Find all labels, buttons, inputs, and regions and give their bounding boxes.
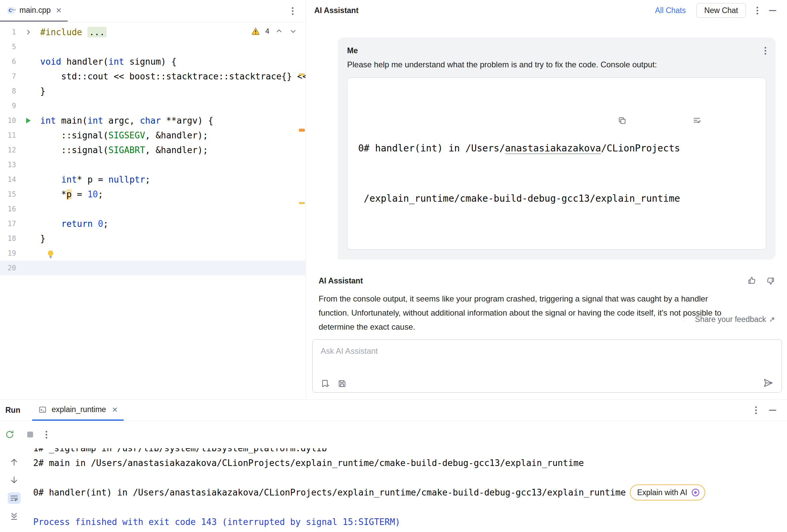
code-text[interactable] (40, 40, 305, 54)
ai-chat-input[interactable] (312, 339, 782, 392)
code-text[interactable]: int* p = nullptr; (40, 172, 305, 187)
editor-line-11[interactable]: 11 ::signal(SIGSEGV, &handler); (0, 128, 305, 143)
code-text[interactable] (40, 157, 305, 172)
gutter[interactable] (16, 99, 40, 113)
gutter[interactable] (16, 157, 40, 172)
code-text[interactable]: return 0; (40, 216, 305, 231)
send-icon[interactable] (763, 378, 773, 388)
ai-minimize-icon[interactable] (769, 10, 776, 11)
explain-with-ai-button[interactable]: Explain with AI (630, 485, 706, 501)
gutter[interactable] (16, 54, 40, 69)
editor-line-8[interactable]: 8} (0, 84, 305, 99)
next-warning-icon[interactable] (289, 27, 298, 36)
editor-line-16[interactable]: 16 (0, 202, 305, 216)
editor-line-19[interactable]: 19 (0, 246, 305, 261)
code-text[interactable]: } (40, 84, 305, 99)
console-line[interactable]: 0# handler(int) in /Users/anastasiakazak… (33, 485, 787, 500)
ask-ai-textarea[interactable] (313, 340, 782, 373)
line-number: 6 (0, 54, 16, 69)
line-number: 18 (0, 231, 16, 246)
code-text[interactable] (40, 261, 305, 275)
console-line[interactable]: 1# _sigtramp in /usr/lib/system/libsyste… (33, 448, 787, 455)
editor-line-10[interactable]: 10int main(int argc, char **argv) { (0, 113, 305, 128)
save-prompt-icon[interactable] (337, 379, 347, 388)
editor-line-6[interactable]: 6void handler(int signum) { (0, 54, 305, 69)
editor-line-17[interactable]: 17 return 0; (0, 216, 305, 231)
editor-line-5[interactable]: 5 (0, 40, 305, 54)
code-text[interactable]: *p = 10; (40, 187, 305, 202)
editor-line-13[interactable]: 13 (0, 157, 305, 172)
scrollbar-warning-mark[interactable] (299, 73, 305, 76)
code-text[interactable] (40, 99, 305, 113)
gutter[interactable] (16, 216, 40, 231)
prev-warning-icon[interactable] (275, 27, 283, 36)
intention-bulb-icon[interactable] (46, 249, 56, 259)
gutter[interactable] (16, 143, 40, 157)
console-line[interactable]: Process finished with exit code 143 (int… (33, 515, 787, 529)
chat-scroll-area[interactable]: Me Please help me understand what the pr… (319, 21, 775, 339)
fold-chevron-icon[interactable] (25, 29, 31, 36)
insert-snippet-icon[interactable] (692, 82, 760, 159)
close-tab-icon[interactable]: × (56, 6, 61, 15)
inspections-widget[interactable]: 4 (251, 27, 298, 36)
code-text[interactable] (40, 202, 305, 216)
stop-icon[interactable] (25, 430, 35, 439)
copy-icon[interactable] (617, 82, 685, 159)
gutter[interactable] (16, 187, 40, 202)
code-text[interactable]: std::cout << boost::stacktrace::stacktra… (40, 69, 305, 84)
editor-body[interactable]: 1#include ...56void handler(int signum) … (0, 22, 305, 399)
prompt-library-icon[interactable] (321, 379, 330, 388)
gutter[interactable] (16, 69, 40, 84)
gutter[interactable] (16, 202, 40, 216)
gutter[interactable] (16, 40, 40, 54)
editor-more-icon[interactable] (292, 10, 294, 12)
editor-line-18[interactable]: 18} (0, 231, 305, 246)
code-text[interactable]: void handler(int signum) { (40, 54, 305, 69)
scroll-to-end-icon[interactable] (8, 511, 20, 522)
rerun-icon[interactable] (5, 429, 15, 440)
tab-main-cpp[interactable]: C++ main.cpp × (0, 0, 68, 22)
share-feedback-link[interactable]: Share your feedback ↗ (695, 315, 775, 324)
thumbs-down-icon[interactable] (766, 276, 775, 286)
code-text[interactable]: ::signal(SIGABRT, &handler); (40, 143, 305, 157)
editor-line-15[interactable]: 15 *p = 10; (0, 187, 305, 202)
gutter[interactable] (16, 246, 40, 261)
run-toolbar-more-icon[interactable] (46, 434, 47, 435)
scrollbar-warning-mark[interactable] (299, 129, 305, 132)
console-line[interactable] (33, 500, 787, 515)
code-text[interactable]: int main(int argc, char **argv) { (40, 113, 305, 128)
run-line-icon[interactable] (24, 116, 32, 125)
gutter[interactable] (16, 113, 40, 128)
gutter[interactable] (16, 128, 40, 143)
svg-text:++: ++ (12, 8, 16, 11)
editor-line-14[interactable]: 14 int* p = nullptr; (0, 172, 305, 187)
run-tab-explain-runtime[interactable]: explain_runtime × (32, 400, 124, 421)
scroll-up-icon[interactable] (8, 456, 20, 468)
close-run-tab-icon[interactable]: × (112, 405, 117, 414)
scroll-down-icon[interactable] (8, 474, 20, 486)
new-chat-button[interactable]: New Chat (697, 3, 746, 18)
run-minimize-icon[interactable] (769, 410, 776, 411)
code-text[interactable]: } (40, 231, 305, 246)
editor-line-9[interactable]: 9 (0, 99, 305, 113)
console-line[interactable] (33, 470, 787, 485)
gutter[interactable] (16, 25, 40, 40)
all-chats-link[interactable]: All Chats (655, 6, 686, 15)
code-text[interactable] (40, 246, 305, 261)
ai-more-icon[interactable] (757, 10, 758, 12)
soft-wrap-icon[interactable] (8, 492, 20, 504)
gutter[interactable] (16, 84, 40, 99)
gutter[interactable] (16, 231, 40, 246)
run-more-icon[interactable] (755, 409, 757, 411)
gutter[interactable] (16, 172, 40, 187)
editor-line-7[interactable]: 7 std::cout << boost::stacktrace::stackt… (0, 69, 305, 84)
gutter[interactable] (16, 261, 40, 275)
editor-line-12[interactable]: 12 ::signal(SIGABRT, &handler); (0, 143, 305, 157)
editor-line-20[interactable]: 20 (0, 261, 305, 275)
code-text[interactable]: ::signal(SIGSEGV, &handler); (40, 128, 305, 143)
console-line[interactable]: 2# main in /Users/anastasiakazakova/CLio… (33, 455, 787, 470)
console-output[interactable]: 1# _sigtramp in /usr/lib/system/libsyste… (28, 448, 787, 532)
user-message-more-icon[interactable] (765, 50, 766, 51)
scrollbar-warning-mark[interactable] (299, 202, 305, 204)
thumbs-up-icon[interactable] (747, 276, 757, 286)
